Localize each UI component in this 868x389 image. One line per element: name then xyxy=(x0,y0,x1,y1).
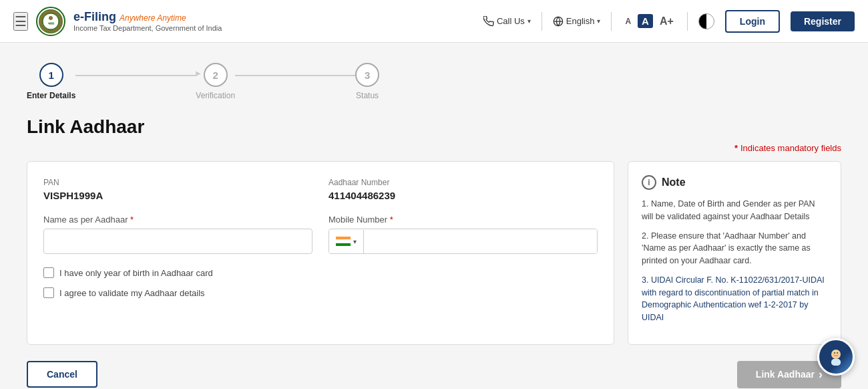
note-card: i Note 1. Name, Date of Birth and Gender… xyxy=(628,161,841,345)
svg-point-11 xyxy=(837,352,838,354)
phone-input-wrap: ▾ xyxy=(329,229,598,254)
language-chevron: ▾ xyxy=(597,17,600,25)
font-large-button[interactable]: A+ xyxy=(657,14,676,29)
aadhaar-value: 411404486239 xyxy=(329,190,598,201)
call-us-chevron: ▾ xyxy=(527,17,531,25)
checkbox-birth-year-label: I have only year of birth in Aadhaar car… xyxy=(59,268,213,278)
register-button[interactable]: Register xyxy=(791,11,855,31)
step-1-circle: 1 xyxy=(39,63,63,87)
name-mobile-row: Name as per Aadhaar * Mobile Number * xyxy=(43,215,598,254)
name-required-star: * xyxy=(130,215,134,225)
step-3-label: Status xyxy=(356,91,379,100)
step-connector-2 xyxy=(235,75,355,76)
mobile-number-input[interactable] xyxy=(364,229,597,253)
aadhaar-label: Aadhaar Number xyxy=(329,178,598,187)
mandatory-text: * Indicates mandatory fields xyxy=(734,143,841,153)
pan-aadhaar-row: PAN VISPH1999A Aadhaar Number 4114044862… xyxy=(43,178,598,201)
divider1 xyxy=(541,12,542,31)
checkbox-birth-year[interactable] xyxy=(43,267,54,278)
name-label: Name as per Aadhaar * xyxy=(43,215,312,225)
mobile-group: Mobile Number * ▾ xyxy=(329,215,598,254)
font-medium-button[interactable]: A xyxy=(638,14,653,28)
step-connector-1 xyxy=(75,75,196,76)
checkbox-validate-label: I agree to validate my Aadhaar details xyxy=(59,288,205,298)
font-size-controls: A A A+ xyxy=(622,14,676,29)
header-right: Call Us ▾ English ▾ A A A+ Login Registe… xyxy=(483,10,855,33)
call-us-label: Call Us xyxy=(497,16,525,26)
brand-name: e-Filing Anywhere Anytime xyxy=(73,10,222,24)
flag-green xyxy=(336,243,351,246)
chat-avatar-button[interactable] xyxy=(817,338,855,376)
logo-emblem: भारत xyxy=(36,7,65,36)
svg-point-1 xyxy=(49,16,53,20)
note-item-1: 1. Name, Date of Birth and Gender as per… xyxy=(642,198,827,223)
chat-avatar-icon xyxy=(825,346,847,368)
phone-flag-selector[interactable]: ▾ xyxy=(329,230,364,253)
step-2-circle: 2 xyxy=(204,63,228,87)
step-3-circle: 3 xyxy=(355,63,379,87)
svg-rect-8 xyxy=(831,359,841,366)
step-2-label: Verification xyxy=(196,91,235,100)
checkbox-row-2: I agree to validate my Aadhaar details xyxy=(43,287,598,298)
divider2 xyxy=(611,12,612,31)
info-icon: i xyxy=(642,175,656,190)
step-2: 2 Verification xyxy=(196,63,235,100)
note-item-3: 3. UIDAI Circular F. No. K-11022/631/201… xyxy=(642,274,827,324)
mobile-required-star: * xyxy=(390,215,393,225)
pan-label: PAN xyxy=(43,178,312,187)
divider3 xyxy=(687,12,688,31)
note-item-2: 2. Please ensure that 'Aadhaar Number' a… xyxy=(642,230,827,267)
step-1: 1 Enter Details xyxy=(27,63,75,100)
header-left: ☰ भारत e-Filing Anywhere Anytime Income … xyxy=(13,7,222,36)
page-title: Link Aadhaar xyxy=(27,116,841,138)
svg-point-10 xyxy=(834,352,835,354)
note-title: Note xyxy=(662,176,686,188)
login-button[interactable]: Login xyxy=(725,10,780,33)
contrast-button[interactable] xyxy=(698,13,714,29)
pan-group: PAN VISPH1999A xyxy=(43,178,312,201)
step-1-label: Enter Details xyxy=(27,91,75,100)
checkbox-row-1: I have only year of birth in Aadhaar car… xyxy=(43,267,598,278)
svg-text:भारत: भारत xyxy=(48,21,55,25)
name-group: Name as per Aadhaar * xyxy=(43,215,312,254)
cancel-button[interactable]: Cancel xyxy=(27,361,97,388)
language-button[interactable]: English ▾ xyxy=(553,16,601,27)
link-aadhaar-label: Link Aadhaar xyxy=(756,369,815,380)
main-content: 1 Enter Details 2 Verification 3 Status … xyxy=(0,43,868,389)
india-flag xyxy=(336,237,351,247)
footer-buttons: Cancel Link Aadhaar › xyxy=(27,361,841,389)
pan-value: VISPH1999A xyxy=(43,190,312,201)
brand-text: e-Filing Anywhere Anytime Income Tax Dep… xyxy=(73,10,222,32)
step-3: 3 Status xyxy=(355,63,379,100)
mobile-label: Mobile Number * xyxy=(329,215,598,225)
hamburger-icon[interactable]: ☰ xyxy=(13,12,28,31)
globe-icon xyxy=(553,16,564,27)
aadhaar-group: Aadhaar Number 411404486239 xyxy=(329,178,598,201)
form-card: PAN VISPH1999A Aadhaar Number 4114044862… xyxy=(27,161,614,345)
mandatory-note: * * Indicates mandatory fields xyxy=(27,143,841,153)
form-layout: PAN VISPH1999A Aadhaar Number 4114044862… xyxy=(27,161,841,345)
flag-chevron: ▾ xyxy=(353,238,357,245)
font-small-button[interactable]: A xyxy=(622,15,634,27)
call-us-button[interactable]: Call Us ▾ xyxy=(483,16,531,27)
brand-subtitle: Income Tax Department, Government of Ind… xyxy=(73,24,222,32)
brand-tagline: Anywhere Anytime xyxy=(120,13,186,23)
phone-icon xyxy=(483,16,494,27)
note-header: i Note xyxy=(642,175,827,190)
note-item-3-text: 3. UIDAI Circular F. No. K-11022/631/201… xyxy=(642,275,825,322)
stepper: 1 Enter Details 2 Verification 3 Status xyxy=(27,63,841,100)
name-input[interactable] xyxy=(43,229,312,254)
ashoka-emblem: भारत xyxy=(39,9,63,33)
checkbox-validate[interactable] xyxy=(43,287,54,298)
language-label: English xyxy=(566,16,595,26)
header: ☰ भारत e-Filing Anywhere Anytime Income … xyxy=(0,0,868,43)
